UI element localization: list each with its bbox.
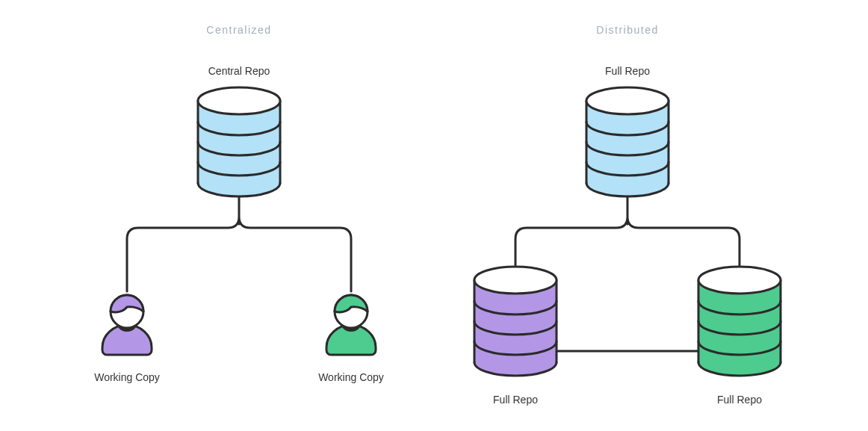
connector-line xyxy=(127,196,351,291)
central-repo-label: Central Repo xyxy=(208,65,270,77)
user-icon xyxy=(102,295,152,355)
working-copy-left-label: Working Copy xyxy=(94,371,160,383)
connector-line xyxy=(515,196,740,265)
svg-point-14 xyxy=(474,267,557,294)
svg-point-6 xyxy=(198,87,280,114)
user-icon xyxy=(326,295,376,355)
svg-point-17 xyxy=(698,267,781,294)
database-icon xyxy=(698,267,781,376)
diagram-canvas: Centralized Central Repo Working Copy xyxy=(0,0,868,431)
full-repo-left-label: Full Repo xyxy=(493,394,538,406)
centralized-title: Centralized xyxy=(206,24,271,36)
distributed-diagram: Distributed Full Repo xyxy=(474,24,781,406)
full-repo-right-label: Full Repo xyxy=(717,394,762,406)
database-icon xyxy=(474,267,557,376)
database-icon xyxy=(198,87,280,196)
distributed-title: Distributed xyxy=(596,24,658,36)
centralized-diagram: Centralized Central Repo Working Copy xyxy=(94,24,384,383)
svg-point-11 xyxy=(586,87,669,114)
working-copy-right-label: Working Copy xyxy=(318,371,384,383)
database-icon xyxy=(586,87,669,196)
full-repo-top-label: Full Repo xyxy=(605,65,650,77)
